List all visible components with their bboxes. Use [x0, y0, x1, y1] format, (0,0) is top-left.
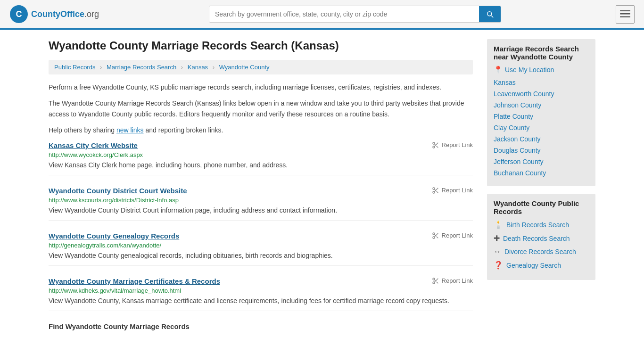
list-item: Douglas County: [494, 147, 589, 154]
record-title-2[interactable]: Wyandotte County District Court Website: [49, 187, 187, 195]
list-item: Kansas: [494, 79, 589, 86]
list-item: Buchanan County: [494, 169, 589, 177]
svg-point-10: [433, 188, 435, 189]
sidebar-link-jackson[interactable]: Jackson County: [494, 135, 541, 143]
record-url-3[interactable]: http://genealogytrails.com/kan/wyandotte…: [49, 242, 473, 249]
svg-point-11: [433, 191, 435, 193]
svg-point-20: [433, 278, 435, 280]
sidebar-nearby-list: Kansas Leavenworth County Johnson County…: [494, 79, 589, 177]
divorce-records-link[interactable]: Divorce Records Search: [504, 248, 576, 255]
location-pin-icon: 📍: [494, 66, 503, 74]
search-bar: [209, 6, 501, 23]
svg-line-9: [434, 144, 436, 145]
record-title-1[interactable]: Kansas City Clerk Website: [49, 141, 138, 149]
use-my-location[interactable]: 📍 Use My Location: [494, 66, 589, 74]
svg-line-23: [436, 281, 438, 283]
list-item: Platte County: [494, 113, 589, 120]
sidebar: Marriage Records Search near Wyandotte C…: [487, 39, 595, 330]
report-link-2[interactable]: Report Link: [432, 187, 473, 194]
sidebar-nearby-box: Marriage Records Search near Wyandotte C…: [487, 39, 595, 186]
svg-line-24: [434, 280, 436, 281]
desc-2: The Wyandotte County Marriage Records Se…: [49, 98, 473, 119]
sidebar-public-records-box: Wyandotte County Public Records 🕯️ Birth…: [487, 194, 595, 280]
sidebar-public-records-title: Wyandotte County Public Records: [494, 199, 589, 215]
scissors-icon-3: [432, 232, 439, 239]
sidebar-link-clay[interactable]: Clay County: [494, 124, 529, 132]
breadcrumb: Public Records › Marriage Records Search…: [49, 60, 473, 74]
genealogy-search-link[interactable]: Genealogy Search: [506, 262, 561, 269]
person-icon: 🕯️: [494, 220, 503, 229]
record-title-4[interactable]: Wyandotte County Marriage Certificates &…: [49, 277, 220, 285]
birth-records-link[interactable]: Birth Records Search: [506, 221, 569, 229]
record-desc-1: View Kansas City Clerk home page, includ…: [49, 160, 473, 170]
new-links-link[interactable]: new links: [116, 126, 144, 134]
sidebar-records-list: 🕯️ Birth Records Search ✚ Death Records …: [494, 220, 589, 270]
logo-text: CountyOffice.org: [31, 9, 99, 19]
death-records-link[interactable]: Death Records Search: [503, 235, 570, 242]
sidebar-link-jefferson[interactable]: Jefferson County: [494, 158, 544, 165]
sidebar-link-douglas[interactable]: Douglas County: [494, 147, 541, 154]
list-item: ✚ Death Records Search: [494, 234, 589, 243]
find-section-title: Find Wyandotte County Marriage Records: [49, 322, 473, 330]
main-container: Wyandotte County Marriage Records Search…: [39, 30, 605, 340]
logo-area[interactable]: C CountyOffice.org: [9, 5, 99, 24]
svg-rect-2: [620, 10, 630, 11]
desc-3: Help others by sharing new links and rep…: [49, 125, 473, 135]
report-link-1[interactable]: Report Link: [432, 141, 473, 149]
scissors-icon-4: [432, 277, 439, 285]
report-link-3[interactable]: Report Link: [432, 232, 473, 239]
record-desc-4: View Wyandotte County, Kansas marriage c…: [49, 296, 473, 306]
search-input[interactable]: [209, 6, 479, 22]
hamburger-icon: [620, 8, 630, 19]
breadcrumb-public-records[interactable]: Public Records: [54, 64, 95, 71]
sidebar-link-johnson[interactable]: Johnson County: [494, 101, 541, 109]
cross-icon: ✚: [494, 234, 500, 243]
search-button[interactable]: [479, 6, 501, 22]
header: C CountyOffice.org: [0, 0, 644, 30]
breadcrumb-sep-1: ›: [100, 64, 102, 71]
sidebar-link-kansas[interactable]: Kansas: [494, 79, 516, 86]
svg-line-19: [434, 234, 436, 236]
logo-icon: C: [9, 5, 28, 24]
list-item: Johnson County: [494, 101, 589, 109]
desc-1: Perform a free Wyandotte County, KS publ…: [49, 82, 473, 92]
record-title-3[interactable]: Wyandotte County Genealogy Records: [49, 232, 179, 240]
svg-point-5: [433, 142, 435, 144]
list-item: ↔ Divorce Records Search: [494, 247, 589, 256]
question-icon: ❓: [494, 261, 503, 270]
svg-point-16: [433, 237, 435, 239]
record-entry: Kansas City Clerk Website Report Link ht…: [49, 141, 473, 175]
arrows-icon: ↔: [494, 247, 501, 256]
page-title: Wyandotte County Marriage Records Search…: [49, 39, 473, 52]
svg-line-14: [434, 189, 436, 190]
record-url-2[interactable]: http://www.kscourts.org/districts/Distri…: [49, 197, 473, 204]
report-link-4[interactable]: Report Link: [432, 277, 473, 285]
svg-line-18: [436, 236, 438, 238]
svg-point-15: [433, 233, 435, 235]
svg-point-6: [433, 146, 435, 148]
svg-rect-3: [620, 13, 630, 14]
scissors-icon-1: [432, 141, 439, 149]
list-item: ❓ Genealogy Search: [494, 261, 589, 270]
menu-button[interactable]: [616, 5, 635, 24]
svg-line-8: [436, 146, 438, 148]
search-icon: [486, 10, 494, 18]
breadcrumb-marriage-records[interactable]: Marriage Records Search: [107, 64, 176, 71]
breadcrumb-wyandotte[interactable]: Wyandotte County: [219, 64, 270, 71]
svg-text:C: C: [16, 9, 22, 19]
record-url-1[interactable]: http://www.wycokck.org/Clerk.aspx: [49, 151, 473, 158]
use-my-location-link[interactable]: Use My Location: [505, 66, 554, 74]
scissors-icon-2: [432, 187, 439, 194]
sidebar-link-buchanan[interactable]: Buchanan County: [494, 169, 546, 177]
sidebar-link-leavenworth[interactable]: Leavenworth County: [494, 90, 554, 98]
breadcrumb-kansas[interactable]: Kansas: [188, 64, 208, 71]
list-item: Jackson County: [494, 135, 589, 143]
list-item: 🕯️ Birth Records Search: [494, 220, 589, 229]
record-entry: Wyandotte County District Court Website …: [49, 187, 473, 221]
breadcrumb-sep-3: ›: [213, 64, 215, 71]
sidebar-nearby-title: Marriage Records Search near Wyandotte C…: [494, 45, 589, 61]
sidebar-link-platte[interactable]: Platte County: [494, 113, 533, 120]
record-url-4[interactable]: http://www.kdheks.gov/vital/marriage_how…: [49, 287, 473, 294]
record-entry: Wyandotte County Marriage Certificates &…: [49, 277, 473, 311]
svg-rect-4: [620, 16, 630, 17]
